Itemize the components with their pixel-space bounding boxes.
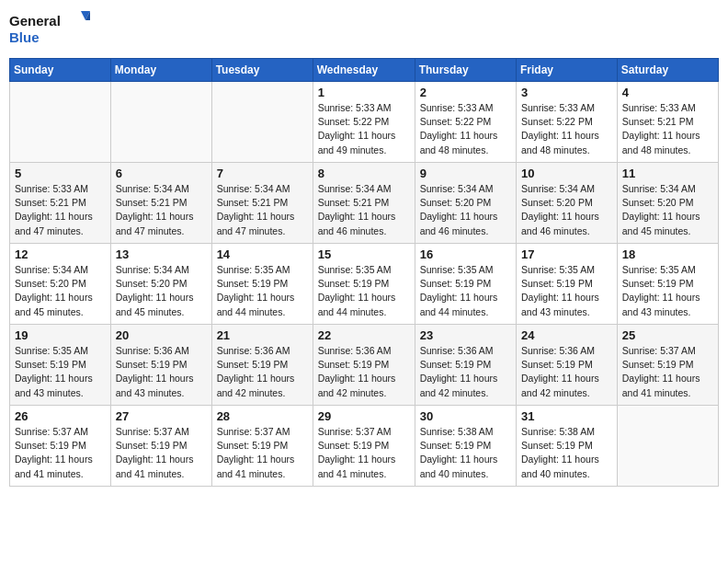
day-info: Sunrise: 5:33 AM Sunset: 5:21 PM Dayligh… — [622, 101, 713, 157]
calendar-body: 1Sunrise: 5:33 AM Sunset: 5:22 PM Daylig… — [10, 82, 719, 487]
calendar-cell: 10Sunrise: 5:34 AM Sunset: 5:20 PM Dayli… — [517, 163, 618, 244]
day-number: 1 — [318, 86, 410, 99]
calendar-cell — [211, 82, 313, 163]
calendar-cell: 23Sunrise: 5:36 AM Sunset: 5:19 PM Dayli… — [415, 325, 516, 406]
calendar-cell: 21Sunrise: 5:36 AM Sunset: 5:19 PM Dayli… — [211, 325, 313, 406]
calendar-week-4: 19Sunrise: 5:35 AM Sunset: 5:19 PM Dayli… — [10, 325, 719, 406]
page-header: General Blue — [9, 9, 719, 51]
day-info: Sunrise: 5:34 AM Sunset: 5:20 PM Dayligh… — [15, 263, 106, 319]
day-number: 6 — [116, 167, 207, 180]
day-info: Sunrise: 5:34 AM Sunset: 5:21 PM Dayligh… — [116, 182, 207, 238]
calendar-cell: 26Sunrise: 5:37 AM Sunset: 5:19 PM Dayli… — [10, 406, 111, 487]
calendar-cell: 18Sunrise: 5:35 AM Sunset: 5:19 PM Dayli… — [617, 244, 718, 325]
calendar-cell: 25Sunrise: 5:37 AM Sunset: 5:19 PM Dayli… — [617, 325, 718, 406]
day-info: Sunrise: 5:36 AM Sunset: 5:19 PM Dayligh… — [521, 344, 612, 400]
calendar-cell: 3Sunrise: 5:33 AM Sunset: 5:22 PM Daylig… — [517, 82, 618, 163]
day-number: 29 — [318, 409, 410, 423]
calendar-cell: 4Sunrise: 5:33 AM Sunset: 5:21 PM Daylig… — [617, 82, 718, 163]
calendar-cell: 5Sunrise: 5:33 AM Sunset: 5:21 PM Daylig… — [10, 163, 111, 244]
calendar-cell: 22Sunrise: 5:36 AM Sunset: 5:19 PM Dayli… — [313, 325, 415, 406]
day-info: Sunrise: 5:37 AM Sunset: 5:19 PM Dayligh… — [116, 425, 207, 481]
day-info: Sunrise: 5:35 AM Sunset: 5:19 PM Dayligh… — [15, 344, 106, 400]
day-number: 12 — [15, 247, 106, 261]
calendar-cell: 14Sunrise: 5:35 AM Sunset: 5:19 PM Dayli… — [211, 244, 313, 325]
day-info: Sunrise: 5:36 AM Sunset: 5:19 PM Dayligh… — [217, 344, 308, 400]
calendar-cell: 13Sunrise: 5:34 AM Sunset: 5:20 PM Dayli… — [110, 244, 211, 325]
calendar-cell: 7Sunrise: 5:34 AM Sunset: 5:21 PM Daylig… — [211, 163, 313, 244]
calendar-cell: 24Sunrise: 5:36 AM Sunset: 5:19 PM Dayli… — [517, 325, 618, 406]
day-number: 16 — [420, 247, 511, 261]
calendar-cell: 28Sunrise: 5:37 AM Sunset: 5:19 PM Dayli… — [211, 406, 313, 487]
day-info: Sunrise: 5:37 AM Sunset: 5:19 PM Dayligh… — [217, 425, 308, 481]
day-info: Sunrise: 5:35 AM Sunset: 5:19 PM Dayligh… — [318, 263, 410, 319]
logo: General Blue — [9, 9, 92, 51]
weekday-header-tuesday: Tuesday — [211, 59, 313, 82]
day-info: Sunrise: 5:37 AM Sunset: 5:19 PM Dayligh… — [15, 425, 106, 481]
day-number: 3 — [521, 86, 612, 99]
day-info: Sunrise: 5:37 AM Sunset: 5:19 PM Dayligh… — [622, 344, 713, 400]
day-number: 10 — [521, 167, 612, 180]
day-number: 25 — [622, 328, 713, 342]
day-info: Sunrise: 5:33 AM Sunset: 5:22 PM Dayligh… — [318, 101, 410, 157]
day-info: Sunrise: 5:38 AM Sunset: 5:19 PM Dayligh… — [420, 425, 511, 481]
calendar-cell: 19Sunrise: 5:35 AM Sunset: 5:19 PM Dayli… — [10, 325, 111, 406]
calendar-cell: 20Sunrise: 5:36 AM Sunset: 5:19 PM Dayli… — [110, 325, 211, 406]
day-info: Sunrise: 5:38 AM Sunset: 5:19 PM Dayligh… — [521, 425, 612, 481]
day-number: 8 — [318, 167, 410, 180]
calendar-table: SundayMondayTuesdayWednesdayThursdayFrid… — [9, 58, 719, 487]
day-info: Sunrise: 5:34 AM Sunset: 5:21 PM Dayligh… — [318, 182, 410, 238]
weekday-header-thursday: Thursday — [415, 59, 516, 82]
day-number: 9 — [420, 167, 511, 180]
day-info: Sunrise: 5:33 AM Sunset: 5:21 PM Dayligh… — [15, 182, 106, 238]
weekday-header-row: SundayMondayTuesdayWednesdayThursdayFrid… — [10, 59, 719, 82]
day-number: 26 — [15, 409, 106, 423]
calendar-cell: 30Sunrise: 5:38 AM Sunset: 5:19 PM Dayli… — [415, 406, 516, 487]
day-info: Sunrise: 5:35 AM Sunset: 5:19 PM Dayligh… — [217, 263, 308, 319]
day-number: 19 — [15, 328, 106, 342]
day-number: 11 — [622, 167, 713, 180]
day-info: Sunrise: 5:35 AM Sunset: 5:19 PM Dayligh… — [521, 263, 612, 319]
calendar-cell: 29Sunrise: 5:37 AM Sunset: 5:19 PM Dayli… — [313, 406, 415, 487]
calendar-cell: 12Sunrise: 5:34 AM Sunset: 5:20 PM Dayli… — [10, 244, 111, 325]
day-number: 21 — [217, 328, 308, 342]
weekday-header-monday: Monday — [110, 59, 211, 82]
calendar-cell: 17Sunrise: 5:35 AM Sunset: 5:19 PM Dayli… — [517, 244, 618, 325]
day-number: 24 — [521, 328, 612, 342]
calendar-cell — [617, 406, 718, 487]
calendar-cell — [110, 82, 211, 163]
day-number: 7 — [217, 167, 308, 180]
calendar-week-3: 12Sunrise: 5:34 AM Sunset: 5:20 PM Dayli… — [10, 244, 719, 325]
day-number: 14 — [217, 247, 308, 261]
day-info: Sunrise: 5:34 AM Sunset: 5:20 PM Dayligh… — [622, 182, 713, 238]
calendar-cell: 8Sunrise: 5:34 AM Sunset: 5:21 PM Daylig… — [313, 163, 415, 244]
day-number: 20 — [116, 328, 207, 342]
day-info: Sunrise: 5:35 AM Sunset: 5:19 PM Dayligh… — [622, 263, 713, 319]
day-number: 15 — [318, 247, 410, 261]
calendar-week-5: 26Sunrise: 5:37 AM Sunset: 5:19 PM Dayli… — [10, 406, 719, 487]
calendar-cell: 15Sunrise: 5:35 AM Sunset: 5:19 PM Dayli… — [313, 244, 415, 325]
day-info: Sunrise: 5:34 AM Sunset: 5:21 PM Dayligh… — [217, 182, 308, 238]
calendar-cell: 6Sunrise: 5:34 AM Sunset: 5:21 PM Daylig… — [110, 163, 211, 244]
day-info: Sunrise: 5:33 AM Sunset: 5:22 PM Dayligh… — [420, 101, 511, 157]
day-info: Sunrise: 5:36 AM Sunset: 5:19 PM Dayligh… — [420, 344, 511, 400]
calendar-week-1: 1Sunrise: 5:33 AM Sunset: 5:22 PM Daylig… — [10, 82, 719, 163]
calendar-cell: 2Sunrise: 5:33 AM Sunset: 5:22 PM Daylig… — [415, 82, 516, 163]
calendar-cell: 11Sunrise: 5:34 AM Sunset: 5:20 PM Dayli… — [617, 163, 718, 244]
day-info: Sunrise: 5:36 AM Sunset: 5:19 PM Dayligh… — [318, 344, 410, 400]
day-info: Sunrise: 5:34 AM Sunset: 5:20 PM Dayligh… — [420, 182, 511, 238]
svg-text:Blue: Blue — [9, 29, 40, 45]
day-number: 2 — [420, 86, 511, 99]
calendar-cell: 27Sunrise: 5:37 AM Sunset: 5:19 PM Dayli… — [110, 406, 211, 487]
day-number: 27 — [116, 409, 207, 423]
weekday-header-sunday: Sunday — [10, 59, 111, 82]
day-number: 31 — [521, 409, 612, 423]
weekday-header-friday: Friday — [517, 59, 618, 82]
day-info: Sunrise: 5:37 AM Sunset: 5:19 PM Dayligh… — [318, 425, 410, 481]
calendar-week-2: 5Sunrise: 5:33 AM Sunset: 5:21 PM Daylig… — [10, 163, 719, 244]
day-number: 28 — [217, 409, 308, 423]
day-number: 30 — [420, 409, 511, 423]
logo-svg: General Blue — [9, 9, 92, 51]
day-number: 23 — [420, 328, 511, 342]
day-info: Sunrise: 5:34 AM Sunset: 5:20 PM Dayligh… — [521, 182, 612, 238]
day-number: 17 — [521, 247, 612, 261]
